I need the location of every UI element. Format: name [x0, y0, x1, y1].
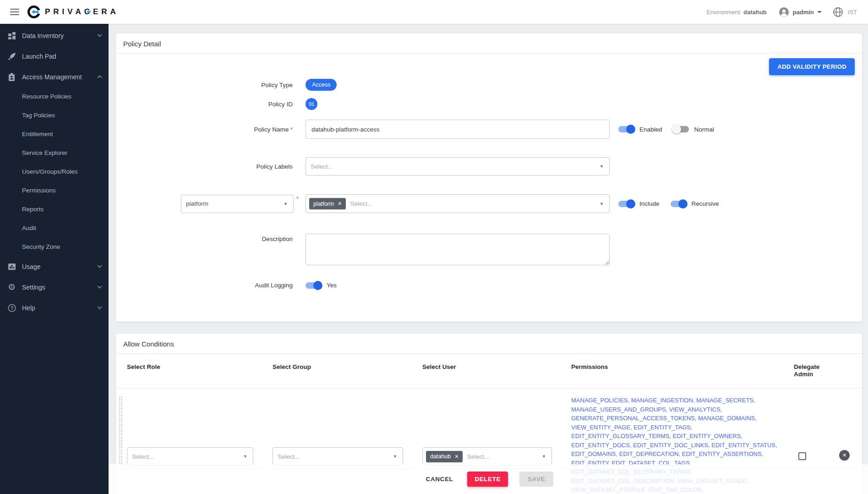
policy-detail-panel: Policy Detail ADD VALIDITY PERIOD Policy… [116, 33, 862, 322]
sidebar-item-users-groups-roles[interactable]: Users/Groups/Roles [0, 162, 109, 181]
chevron-up-icon [97, 75, 102, 78]
policy-labels-select[interactable]: Select... ▼ [306, 157, 610, 176]
sidebar-item-security-zone[interactable]: Security Zone [0, 237, 109, 256]
row-drag-handle[interactable] [119, 396, 123, 465]
timezone-label: IST [848, 9, 857, 16]
sidebar-item-settings[interactable]: ⚙ Settings [0, 277, 109, 297]
column-select-user: Select User [422, 354, 571, 388]
resource-row: platform ▼ * platform✕ Select... ▼ Inclu… [116, 194, 862, 213]
action-footer: CANCEL DELETE SAVE [109, 464, 868, 494]
help-icon: ? [7, 304, 16, 312]
normal-toggle-label: Normal [694, 126, 715, 133]
resource-type-select[interactable]: platform ▼ [181, 195, 294, 213]
chip-close-icon[interactable]: ✕ [454, 454, 459, 460]
gear-icon: ⚙ [7, 283, 16, 291]
sidebar-item-reports[interactable]: Reports [0, 200, 109, 219]
privacera-wordmark: PRIVACERA [45, 7, 119, 16]
chip-close-icon[interactable]: ✕ [338, 201, 342, 207]
sidebar-item-permissions[interactable]: Permissions [0, 181, 109, 200]
policy-id-label: Policy ID [116, 101, 293, 108]
recursive-toggle-label: Recursive [692, 200, 719, 207]
enabled-toggle[interactable] [618, 126, 634, 132]
audit-logging-value: Yes [327, 282, 337, 289]
audit-logging-toggle[interactable] [306, 282, 321, 289]
sidebar-item-resource-policies[interactable]: Resource Policies [0, 87, 109, 106]
policy-detail-title: Policy Detail [116, 33, 862, 54]
select-group-dropdown[interactable]: Select... ▼ [273, 447, 403, 466]
allow-condition-row: Select... ▼ Select... ▼ datahub✕ Select.… [116, 389, 862, 469]
select-user-dropdown[interactable]: datahub✕ Select... ▼ [422, 447, 552, 466]
save-button[interactable]: SAVE [519, 472, 553, 487]
column-delegate-admin: Delegate Admin [794, 354, 839, 388]
policy-name-input[interactable] [306, 120, 610, 139]
description-row: Description [116, 234, 862, 265]
policy-name-label: Policy Name [254, 126, 289, 133]
sidebar-nav: Data Inventory Launch Pad Access Managem… [0, 24, 109, 494]
include-toggle-label: Include [639, 200, 660, 207]
hamburger-menu-icon[interactable] [10, 7, 19, 17]
globe-icon[interactable] [833, 7, 843, 17]
enabled-toggle-label: Enabled [639, 126, 662, 133]
chevron-down-icon [97, 285, 102, 289]
sidebar-item-usage[interactable]: Usage [0, 256, 109, 277]
sidebar-item-service-explorer[interactable]: Service Explorer [0, 143, 109, 162]
user-chip: datahub✕ [426, 451, 463, 462]
username[interactable]: padmin [793, 9, 814, 16]
privacera-logo: PRIVACERA [27, 5, 119, 18]
dropdown-caret-icon: ▼ [600, 164, 604, 169]
sidebar-item-tag-policies[interactable]: Tag Policies [0, 106, 109, 125]
sidebar-item-data-inventory[interactable]: Data Inventory [0, 25, 109, 46]
normal-override-toggle[interactable] [673, 126, 689, 132]
chevron-down-icon [97, 34, 102, 37]
audit-logging-label: Audit Logging [116, 282, 293, 289]
resource-value-select[interactable]: platform✕ Select... ▼ [306, 194, 610, 213]
bar-chart-icon [7, 263, 16, 271]
badge-icon [7, 73, 16, 81]
grid-icon [7, 32, 16, 40]
policy-labels-row: Policy Labels Select... ▼ [116, 157, 862, 176]
dropdown-caret-icon: ▼ [284, 202, 288, 206]
privacera-logo-icon [27, 5, 40, 18]
resource-chip: platform✕ [309, 198, 346, 209]
allow-conditions-header: Select Role Select Group Select User Per… [116, 354, 862, 389]
required-asterisk: * [296, 195, 299, 202]
include-toggle[interactable] [618, 201, 634, 207]
chevron-down-icon [97, 265, 102, 268]
delegate-admin-checkbox[interactable] [798, 452, 806, 460]
policy-type-badge: Access [306, 79, 337, 91]
policy-type-label: Policy Type [116, 82, 293, 88]
user-menu-caret-icon[interactable] [817, 11, 822, 13]
sidebar-item-entitlement[interactable]: Entitlement [0, 125, 109, 143]
audit-logging-row: Audit Logging Yes [116, 282, 862, 289]
policy-labels-label: Policy Labels [116, 163, 293, 170]
policy-id-badge: 91 [306, 98, 317, 110]
sidebar-item-help[interactable]: ? Help [0, 297, 109, 318]
description-textarea[interactable] [306, 234, 610, 265]
dropdown-caret-icon: ▼ [600, 202, 604, 206]
sidebar-item-launch-pad[interactable]: Launch Pad [0, 46, 109, 66]
select-role-dropdown[interactable]: Select... ▼ [127, 447, 253, 466]
main-content: Policy Detail ADD VALIDITY PERIOD Policy… [109, 24, 868, 494]
description-label: Description [116, 236, 293, 242]
policy-name-row: Policy Name * Enabled Normal [116, 120, 862, 139]
dropdown-caret-icon: ▼ [393, 454, 397, 459]
required-asterisk: * [290, 126, 293, 133]
cancel-button[interactable]: CANCEL [423, 472, 456, 486]
delete-button[interactable]: DELETE [467, 472, 508, 487]
environment-label: Environment: [706, 9, 742, 16]
recursive-toggle[interactable] [671, 201, 686, 207]
sidebar-item-audit[interactable]: Audit [0, 219, 109, 237]
user-avatar-icon[interactable] [779, 7, 789, 17]
close-icon: ✕ [842, 452, 846, 458]
chevron-down-icon [97, 306, 102, 309]
add-validity-period-button[interactable]: ADD VALIDITY PERIOD [769, 58, 855, 75]
column-select-role: Select Role [127, 354, 273, 388]
allow-conditions-title: Allow Conditions [116, 334, 862, 354]
remove-row-button[interactable]: ✕ [839, 450, 850, 461]
column-select-group: Select Group [273, 354, 422, 388]
top-bar: PRIVACERA Environment: datahub padmin IS… [0, 0, 868, 24]
sidebar-item-access-management[interactable]: Access Management [0, 66, 109, 87]
dropdown-caret-icon: ▼ [243, 454, 247, 459]
dropdown-caret-icon: ▼ [542, 454, 546, 459]
policy-type-row: Policy Type Access [116, 79, 862, 91]
